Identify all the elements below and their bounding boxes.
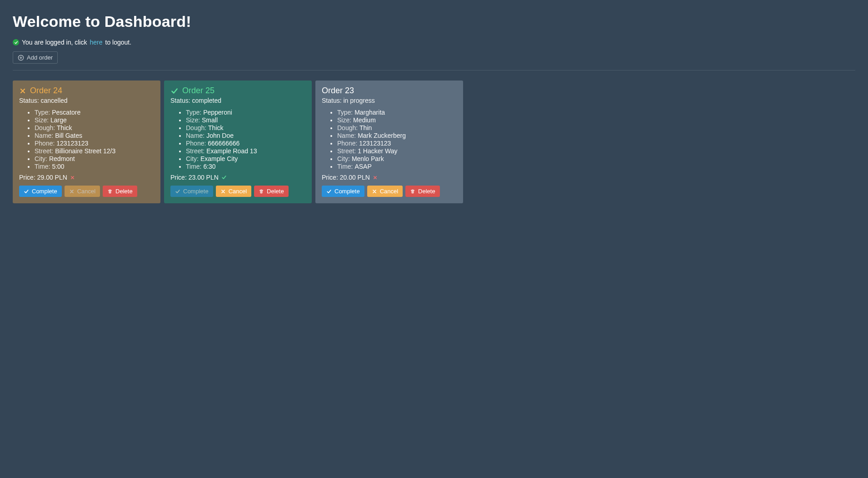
complete-label: Complete [183,188,209,195]
add-order-button[interactable]: Add order [13,51,58,64]
check-icon [24,189,29,194]
check-icon [170,87,179,95]
detail-time: Time: ASAP [337,163,457,170]
x-icon [69,189,75,194]
cancel-label: Cancel [380,188,398,195]
detail-name: Name: Mark Zuckerberg [337,132,457,139]
trash-icon [410,189,415,194]
cancel-button[interactable]: Cancel [216,186,251,197]
order-price: Price: 20.00 PLN [322,174,457,181]
detail-size: Size: Large [35,116,154,124]
add-order-label: Add order [27,54,53,61]
order-title: Order 23 [322,86,354,96]
order-price: Price: 23.00 PLN [170,174,305,181]
order-status: Status: cancelled [19,97,154,104]
order-details: Type: PepperoniSize: SmallDough: ThickNa… [170,109,305,170]
cancel-label: Cancel [77,188,95,195]
detail-dough: Dough: Thick [35,124,154,131]
x-icon [19,87,26,95]
detail-time: Time: 6:30 [186,163,305,170]
delete-label: Delete [267,188,284,195]
detail-type: Type: Pescatore [35,109,154,116]
detail-dough: Dough: Thin [337,124,457,131]
detail-city: City: Example City [186,155,305,162]
detail-city: City: Redmont [35,155,154,162]
orders-grid: Order 24Status: cancelledType: Pescatore… [13,81,855,203]
order-details: Type: PescatoreSize: LargeDough: ThickNa… [19,109,154,170]
detail-time: Time: 5:00 [35,163,154,170]
complete-label: Complete [32,188,57,195]
x-icon [372,189,377,194]
x-icon [373,175,378,180]
detail-street: Street: Example Road 13 [186,147,305,155]
check-icon [326,189,332,194]
check-circle-icon [13,39,19,45]
detail-size: Size: Medium [337,116,457,124]
delete-button[interactable]: Delete [405,186,440,197]
complete-label: Complete [334,188,360,195]
detail-type: Type: Pepperoni [186,109,305,116]
detail-phone: Phone: 666666666 [186,140,305,147]
order-title: Order 25 [182,86,215,96]
check-icon [221,175,227,180]
detail-dough: Dough: Thick [186,124,305,131]
x-icon [70,175,75,180]
detail-street: Street: Billionaire Street 12/3 [35,147,154,155]
plus-circle-icon [18,55,24,61]
trash-icon [259,189,264,194]
cancel-label: Cancel [229,188,247,195]
detail-name: Name: Bill Gates [35,132,154,139]
trash-icon [107,189,113,194]
cancel-button[interactable]: Cancel [367,186,403,197]
logged-in-message: You are logged in, click here to logout. [13,39,855,46]
detail-phone: Phone: 123123123 [337,140,457,147]
logged-in-suffix: to logout. [105,39,132,46]
delete-label: Delete [418,188,435,195]
delete-label: Delete [115,188,133,195]
detail-type: Type: Margharita [337,109,457,116]
order-card: Order 25Status: completedType: Pepperoni… [164,81,312,203]
complete-button[interactable]: Complete [322,186,364,197]
logout-link[interactable]: here [90,39,102,46]
complete-button: Complete [170,186,213,197]
detail-size: Size: Small [186,116,305,124]
order-status: Status: in progress [322,97,457,104]
order-card: Order 24Status: cancelledType: Pescatore… [13,81,160,203]
detail-name: Name: John Doe [186,132,305,139]
order-status: Status: completed [170,97,305,104]
detail-street: Street: 1 Hacker Way [337,147,457,155]
detail-phone: Phone: 123123123 [35,140,154,147]
order-details: Type: MargharitaSize: MediumDough: ThinN… [322,109,457,170]
page-title: Welcome to Dashboard! [13,13,855,30]
cancel-button: Cancel [65,186,100,197]
order-price: Price: 29.00 PLN [19,174,154,181]
delete-button[interactable]: Delete [254,186,289,197]
divider [13,70,855,70]
order-card: Order 23Status: in progressType: Marghar… [315,81,463,203]
delete-button[interactable]: Delete [103,186,137,197]
logged-in-prefix: You are logged in, click [22,39,87,46]
order-title: Order 24 [30,86,62,96]
detail-city: City: Menlo Park [337,155,457,162]
complete-button[interactable]: Complete [19,186,62,197]
check-icon [175,189,180,194]
x-icon [220,189,226,194]
